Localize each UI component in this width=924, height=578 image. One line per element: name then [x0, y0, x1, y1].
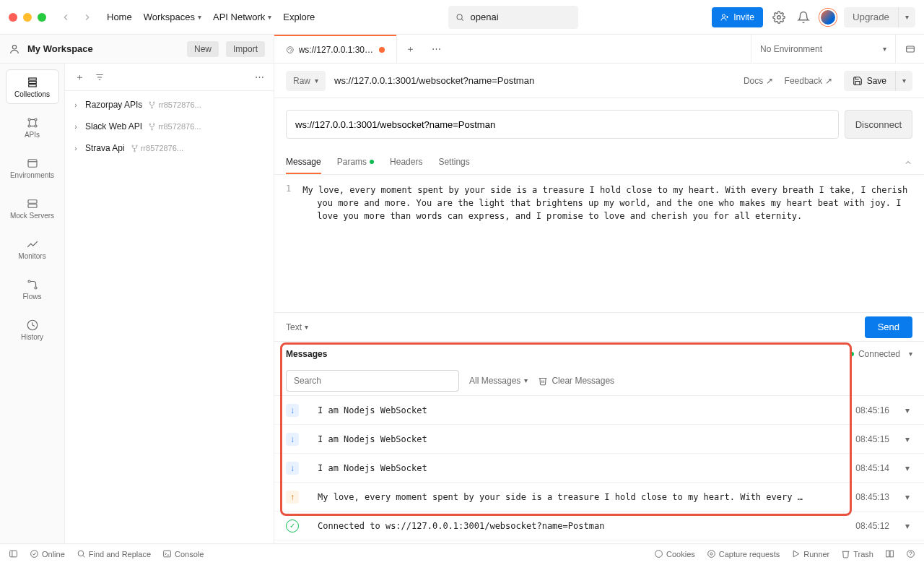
rail-mock-servers[interactable]: Mock Servers	[6, 191, 59, 225]
message-row[interactable]: ↑ My love, every moment spent by your si…	[274, 483, 924, 512]
nav-api-network[interactable]: API Network▾	[213, 12, 271, 22]
arrow-down-icon: ↓	[286, 404, 299, 417]
rail-collections[interactable]: Collections	[6, 69, 59, 104]
chevron-down-icon[interactable]: ▾	[902, 492, 912, 502]
upgrade-button[interactable]: Upgrade	[844, 7, 898, 27]
message-format-selector[interactable]: Text▾	[286, 322, 308, 332]
collection-name: Razorpay APIs	[85, 100, 142, 110]
subtab-headers[interactable]: Headers	[390, 150, 422, 174]
svg-line-44	[83, 556, 84, 557]
arrow-down-icon: ↓	[286, 433, 299, 446]
nav-back[interactable]	[58, 9, 74, 25]
sb-panel-toggle[interactable]	[9, 549, 18, 558]
chevron-down-icon[interactable]: ▾	[909, 350, 912, 358]
global-search[interactable]	[448, 6, 578, 29]
docs-link[interactable]: Docs ↗	[744, 76, 773, 86]
new-tab-button[interactable]: ＋	[397, 35, 423, 63]
subtab-params[interactable]: Params	[337, 150, 374, 174]
rail-history[interactable]: History	[6, 312, 59, 347]
messages-filter[interactable]: All Messages▾	[469, 376, 528, 386]
tab-websocket[interactable]: ws://127.0.0.1:3001/wet	[274, 35, 397, 63]
rail-apis[interactable]: APIs	[6, 110, 59, 144]
settings-button[interactable]	[770, 9, 788, 26]
search-input[interactable]	[470, 12, 571, 22]
svg-point-26	[35, 287, 37, 289]
nav-home[interactable]: Home	[107, 12, 132, 22]
nav-workspaces[interactable]: Workspaces▾	[144, 12, 201, 22]
chevron-down-icon: ▾	[524, 376, 528, 384]
sb-online[interactable]: Online	[30, 549, 65, 558]
chevron-down-icon[interactable]: ▾	[902, 521, 912, 531]
svg-point-43	[78, 551, 84, 556]
filter-button[interactable]	[94, 67, 245, 87]
new-button[interactable]: New	[187, 41, 219, 57]
nav-explore[interactable]: Explore	[283, 12, 315, 22]
send-button[interactable]: Send	[865, 316, 912, 338]
search-icon	[456, 12, 464, 22]
clear-messages-button[interactable]: Clear Messages	[538, 376, 614, 386]
message-row[interactable]: ✓ Connected to ws://127.0.0.1:3001/webso…	[274, 512, 924, 540]
sb-find-replace[interactable]: Find and Replace	[77, 549, 151, 558]
rail-monitors[interactable]: Monitors	[6, 231, 59, 266]
svg-rect-51	[886, 551, 889, 557]
chevron-down-icon: ▾	[305, 323, 308, 331]
messages-search-input[interactable]	[286, 370, 459, 392]
collection-item[interactable]: › Razorpay APIs rr8572876...	[65, 94, 274, 116]
websocket-icon	[286, 45, 295, 55]
sb-cookies[interactable]: Cookies	[654, 549, 695, 558]
environment-selector[interactable]: No Environment ▾	[751, 35, 895, 63]
chevron-down-icon[interactable]: ▾	[902, 434, 912, 444]
message-row[interactable]: ↓ I am Nodejs WebSocket 08:45:14 ▾	[274, 454, 924, 483]
message-row[interactable]: ↓ I am Nodejs WebSocket 08:45:16 ▾	[274, 396, 924, 425]
collection-item[interactable]: › Slack Web API rr8572876...	[65, 116, 274, 137]
save-dropdown[interactable]: ▾	[895, 71, 912, 91]
chevron-down-icon[interactable]: ▾	[902, 463, 912, 473]
nav-forward[interactable]	[79, 9, 95, 25]
sb-help[interactable]	[906, 549, 915, 558]
unsaved-dot-icon	[379, 47, 385, 53]
feedback-link[interactable]: Feedback ↗	[785, 76, 832, 86]
notifications-button[interactable]	[795, 9, 812, 26]
disconnect-button[interactable]: Disconnect	[845, 110, 912, 139]
invite-button[interactable]: Invite	[712, 7, 763, 27]
env-quicklook[interactable]	[895, 35, 924, 63]
chevron-down-icon[interactable]: ▾	[902, 405, 912, 415]
subtab-message[interactable]: Message	[286, 150, 321, 174]
url-input[interactable]	[286, 110, 839, 139]
gear-icon	[772, 11, 785, 24]
tab-options[interactable]: ⋯	[423, 35, 449, 63]
sb-capture[interactable]: Capture requests	[707, 549, 780, 558]
avatar[interactable]	[819, 9, 837, 26]
collection-item[interactable]: › Strava Api rr8572876...	[65, 137, 274, 159]
svg-rect-40	[10, 551, 17, 557]
protocol-selector[interactable]: Raw▾	[286, 71, 326, 91]
sb-layout[interactable]	[885, 549, 894, 558]
sb-trash[interactable]: Trash	[841, 549, 873, 558]
rail-flows[interactable]: Flows	[6, 272, 59, 306]
sb-console[interactable]: Console	[162, 549, 204, 558]
svg-point-0	[457, 14, 462, 19]
rail-environments[interactable]: Environments	[6, 150, 59, 185]
save-icon	[853, 76, 863, 86]
svg-point-42	[31, 551, 38, 558]
upgrade-dropdown[interactable]: ▾	[898, 7, 915, 27]
svg-point-7	[287, 46, 293, 53]
create-collection-button[interactable]: ＋	[69, 67, 90, 87]
chevron-up-icon	[904, 158, 912, 167]
sidebar-options[interactable]: ⋯	[249, 67, 269, 87]
save-button[interactable]: Save	[844, 71, 895, 91]
close-window[interactable]	[9, 13, 17, 22]
workspace-name[interactable]: My Workspace	[27, 43, 180, 54]
maximize-window[interactable]	[38, 13, 46, 22]
collapse-button[interactable]	[904, 158, 912, 167]
subtab-settings[interactable]: Settings	[438, 150, 469, 174]
message-row[interactable]: ↓ I am Nodejs WebSocket 08:45:15 ▾	[274, 425, 924, 454]
sb-runner[interactable]: Runner	[791, 549, 829, 558]
line-number: 1	[286, 184, 291, 303]
minimize-window[interactable]	[23, 13, 32, 22]
import-button[interactable]: Import	[226, 41, 265, 57]
panel-icon	[9, 549, 18, 558]
message-editor[interactable]: 1 My love, every moment spent by your si…	[274, 175, 924, 312]
fork-badge: rr8572876...	[148, 122, 201, 131]
monitors-icon	[26, 238, 39, 251]
